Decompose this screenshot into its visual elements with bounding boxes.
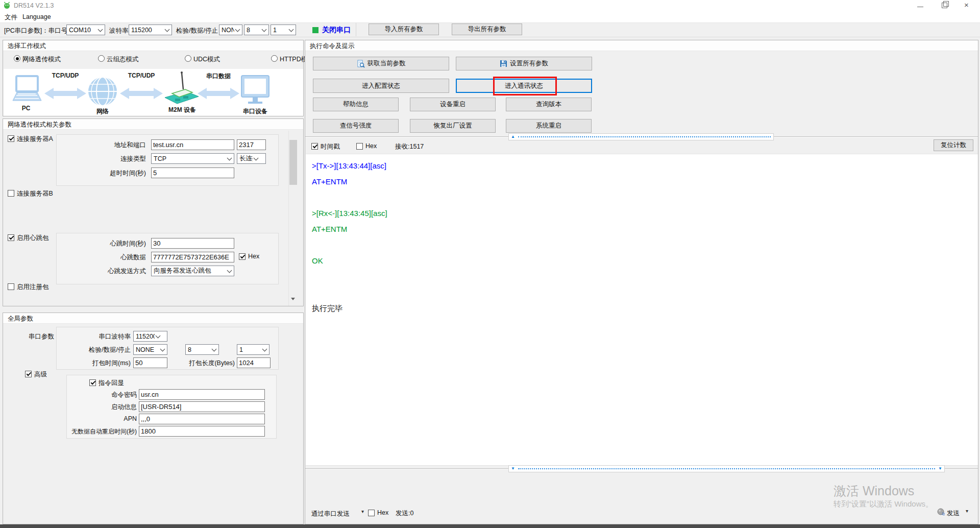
node-label-serial-device: 串口设备: [243, 107, 267, 116]
advanced-checkbox[interactable]: [25, 371, 32, 377]
heartbeat-checkbox[interactable]: [8, 234, 14, 241]
radio-cloud-label: 云组态模式: [107, 55, 139, 64]
pc-port-label: [PC串口参数]：串口号: [4, 27, 67, 35]
chevron-down-icon: [156, 333, 161, 338]
com-port-combo[interactable]: COM10: [66, 25, 105, 35]
link-label-serial: 串口数据: [206, 72, 231, 81]
pack-len-label: 打包长度(Bytes): [175, 359, 235, 368]
timestamp-checkbox[interactable]: [311, 143, 318, 150]
system-restart-button[interactable]: 系统重启: [506, 119, 592, 133]
doc-search-icon: [357, 60, 365, 68]
reset-count-button[interactable]: 复位计数: [934, 139, 973, 151]
gl-databits-combo[interactable]: 8: [185, 344, 219, 355]
window-title: DR514 V2.1.3: [14, 2, 54, 9]
databits-combo[interactable]: 8: [244, 25, 269, 35]
scroll-down-icon[interactable]: [291, 300, 295, 309]
get-params-label: 获取当前参数: [368, 59, 406, 68]
log-line: OK: [312, 253, 978, 269]
chevron-down-icon: [262, 27, 267, 32]
hb-mode-combo[interactable]: 向服务器发送心跳包: [151, 266, 234, 276]
collapse-down-icon[interactable]: ▼: [938, 467, 942, 471]
query-signal-button[interactable]: 查信号强度: [313, 119, 399, 133]
conn-mode-combo[interactable]: 长连接: [237, 153, 266, 164]
gl-baud-combo[interactable]: 115200: [133, 331, 167, 342]
bottom-splitter-handle[interactable]: ▼ ▼: [508, 465, 945, 472]
close-icon[interactable]: ×: [964, 1, 969, 9]
log-hex-checkbox[interactable]: [356, 143, 363, 150]
server-port-input[interactable]: [237, 139, 266, 150]
chevron-down-icon: [289, 27, 294, 32]
send-hex-checkbox[interactable]: [368, 510, 375, 516]
enter-config-button[interactable]: 进入配置状态: [313, 79, 449, 93]
radio-net-transparent[interactable]: [14, 55, 20, 62]
radio-udc-label: UDC模式: [193, 55, 220, 64]
windows-activate-watermark-line2: 转到“设置”以激活 Windows。: [834, 499, 933, 509]
scrollbar-thumb[interactable]: [289, 140, 297, 185]
send-sphere-icon: [937, 508, 945, 516]
net-params-scrollbar[interactable]: [288, 131, 298, 306]
menu-bar: 文件 Language: [0, 11, 980, 23]
hb-data-input[interactable]: [151, 252, 234, 262]
boot-msg-input[interactable]: [139, 401, 265, 412]
send-button[interactable]: 发送: [947, 509, 960, 518]
timeout-input[interactable]: [151, 167, 234, 178]
idle-restart-input[interactable]: [139, 426, 265, 437]
topology-diagram: TCP/UDP TCP/UDP 串口数据 PC 网络 M2M 设备 串口设备: [4, 69, 303, 116]
echo-label: 指令回显: [99, 379, 124, 388]
minimize-icon[interactable]: [917, 7, 923, 7]
cmd-pwd-input[interactable]: [139, 389, 265, 400]
menu-language[interactable]: Language: [22, 13, 51, 20]
close-port-button[interactable]: 关闭串口: [322, 26, 351, 35]
via-serial-caret-icon[interactable]: ▾: [361, 509, 364, 514]
register-checkbox[interactable]: [8, 283, 14, 290]
log-area[interactable]: >[Tx->][13:43:44][asc] AT+ENTM >[Rx<-][1…: [306, 154, 978, 466]
hb-hex-checkbox[interactable]: [239, 253, 246, 260]
pack-len-input[interactable]: [237, 357, 271, 368]
log-line: [312, 189, 978, 205]
radio-udc[interactable]: [185, 55, 191, 62]
net-params-title: 网络透传模式相关参数: [3, 119, 303, 130]
server-b-checkbox[interactable]: [8, 190, 14, 197]
parity-combo[interactable]: NONE: [219, 25, 242, 35]
via-serial-dropdown[interactable]: 通过串口发送: [311, 510, 350, 518]
factory-reset-button[interactable]: 恢复出厂设置: [410, 119, 496, 133]
menu-file[interactable]: 文件: [5, 13, 17, 22]
hb-time-input[interactable]: [151, 238, 234, 249]
apn-input[interactable]: [139, 414, 265, 424]
command-panel-group: 执行命令及提示 获取当前参数 设置所有参数 进入配置状态 进入通讯状态 帮助信息…: [305, 40, 978, 524]
chevron-down-icon: [98, 27, 103, 32]
hb-data-label: 心跳数据: [67, 253, 146, 262]
collapse-down-icon[interactable]: ▼: [511, 467, 515, 471]
query-version-button[interactable]: 查询版本: [506, 98, 592, 111]
get-params-button[interactable]: 获取当前参数: [313, 57, 449, 70]
pack-time-label: 打包时间(ms): [57, 359, 131, 368]
app-icon: [3, 2, 11, 9]
log-line: [312, 237, 978, 253]
import-params-button[interactable]: 导入所有参数: [369, 23, 439, 35]
conn-type-combo[interactable]: TCP: [151, 153, 234, 164]
send-caret-icon[interactable]: ▾: [966, 508, 968, 514]
hb-time-label: 心跳时间(秒): [67, 239, 146, 248]
server-a-checkbox[interactable]: [8, 135, 14, 142]
gl-stopbits-combo[interactable]: 1: [237, 344, 270, 355]
heartbeat-label: 启用心跳包: [17, 234, 49, 243]
stopbits-combo[interactable]: 1: [271, 25, 296, 35]
chevron-down-icon: [262, 346, 267, 351]
send-hex-label: Hex: [377, 509, 388, 516]
server-addr-input[interactable]: [151, 139, 234, 150]
set-params-button[interactable]: 设置所有参数: [456, 57, 592, 70]
top-splitter-handle[interactable]: ▲: [508, 133, 774, 140]
baud-combo[interactable]: 115200: [129, 25, 172, 35]
red-highlight-box: [493, 77, 557, 95]
work-mode-group: 选择工作模式 网络透传模式 云组态模式 UDC模式 HTTPD模式: [3, 40, 304, 116]
cmd-pwd-label: 命令密码: [67, 391, 137, 399]
help-info-button[interactable]: 帮助信息: [313, 98, 399, 111]
radio-httpd[interactable]: [271, 55, 278, 62]
gl-parity-combo[interactable]: NONE: [133, 344, 167, 355]
collapse-up-icon[interactable]: ▲: [511, 135, 515, 139]
export-params-button[interactable]: 导出所有参数: [452, 23, 522, 35]
pack-time-input[interactable]: [133, 357, 167, 368]
device-restart-button[interactable]: 设备重启: [410, 98, 496, 111]
radio-cloud[interactable]: [98, 55, 105, 62]
echo-checkbox[interactable]: [89, 379, 96, 386]
